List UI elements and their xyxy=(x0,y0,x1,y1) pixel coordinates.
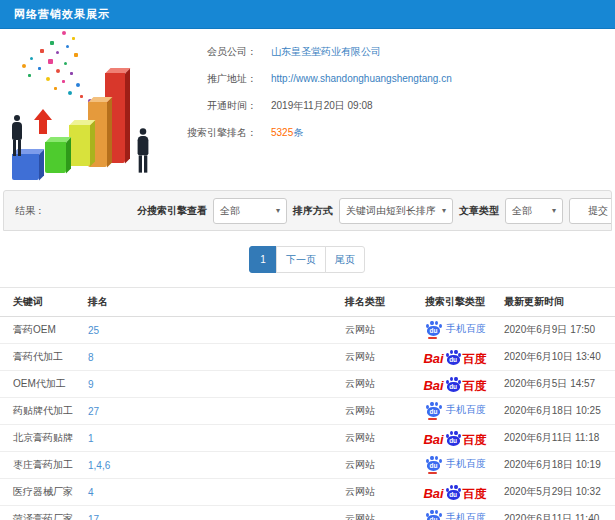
updated-cell: 2020年5月29日 10:32 xyxy=(504,479,615,506)
confetti-dot xyxy=(62,80,65,83)
app-header: 网络营销效果展示 xyxy=(0,0,615,29)
baidu-logo-icon: Baidu百度 xyxy=(423,431,486,446)
rank-link[interactable]: 1 xyxy=(88,433,94,444)
table-row: 医疗器械厂家4云网站Baidu百度2020年5月29日 10:32 xyxy=(0,479,615,506)
rank-link[interactable]: 4 xyxy=(88,487,94,498)
info-row-ranking-count: 搜索引擎排名： 5325条 xyxy=(185,119,615,146)
confetti-dot xyxy=(64,62,67,65)
table-row: 枣庄膏药加工1,4,6云网站du手机百度2020年6月18日 10:19 xyxy=(0,452,615,479)
confetti-dot xyxy=(66,45,69,48)
confetti-dot xyxy=(80,95,83,98)
rank-type-cell: 云网站 xyxy=(345,317,406,344)
pagination: 1 下一页 尾页 xyxy=(0,246,615,273)
mobile-baidu-icon: du手机百度 xyxy=(424,510,486,520)
table-header-row: 关键词 排名 排名类型 搜索引擎类型 最新更新时间 xyxy=(0,288,615,317)
rank-type-cell: 云网站 xyxy=(345,425,406,452)
baidu-logo-icon: Baidu百度 xyxy=(423,485,486,500)
confetti-dot xyxy=(76,83,80,87)
baidu-logo-icon: Baidu百度 xyxy=(423,350,486,365)
engine-type-cell: Baidu百度 xyxy=(406,479,504,506)
chevron-down-icon: ▾ xyxy=(270,206,280,215)
ranking-count-value: 5325条 xyxy=(271,126,303,140)
rank-link[interactable]: 9 xyxy=(88,379,94,390)
info-row-open-time: 开通时间： 2019年11月20日 09:08 xyxy=(185,92,615,119)
table-row: 菏泽膏药厂家17云网站du手机百度2020年6月11日 11:40 xyxy=(0,506,615,520)
engine-filter-value: 全部 xyxy=(220,204,240,218)
rank-type-cell: 云网站 xyxy=(345,452,406,479)
growth-chart-illustration xyxy=(0,29,185,186)
confetti-dot xyxy=(54,87,57,90)
sort-filter-select[interactable]: 关键词由短到长排序 ▾ xyxy=(339,198,453,224)
header-keyword: 关键词 xyxy=(0,288,88,317)
confetti-dot xyxy=(56,69,60,73)
next-page-button[interactable]: 下一页 xyxy=(276,246,326,273)
confetti-dot xyxy=(70,72,73,75)
article-type-select[interactable]: 全部 ▾ xyxy=(505,198,563,224)
mobile-baidu-icon: du手机百度 xyxy=(424,456,486,473)
engine-type-cell: du手机百度 xyxy=(406,317,504,344)
keyword-cell: 菏泽膏药厂家 xyxy=(0,506,88,520)
chevron-down-icon: ▾ xyxy=(546,206,556,215)
table-row: OEM代加工9云网站Baidu百度2020年6月5日 14:57 xyxy=(0,371,615,398)
confetti-dot xyxy=(56,51,59,54)
article-type-value: 全部 xyxy=(512,204,532,218)
rank-link[interactable]: 1,4,6 xyxy=(88,460,110,471)
confetti-dot xyxy=(74,53,78,57)
company-label: 会员公司： xyxy=(185,45,257,59)
filter-bar: 结果： 分搜索引擎查看 全部 ▾ 排序方式 关键词由短到长排序 ▾ 文章类型 全… xyxy=(3,190,612,231)
info-row-company: 会员公司： 山东皇圣堂药业有限公司 xyxy=(185,38,615,65)
engine-filter-label: 分搜索引擎查看 xyxy=(137,204,207,218)
keyword-cell: 北京膏药贴牌 xyxy=(0,425,88,452)
bar-blue xyxy=(12,154,39,180)
open-time-value: 2019年11月20日 09:08 xyxy=(271,99,373,113)
company-name-link[interactable]: 山东皇圣堂药业有限公司 xyxy=(271,45,381,59)
updated-cell: 2020年6月11日 11:40 xyxy=(504,506,615,520)
ranking-count-label: 搜索引擎排名： xyxy=(185,126,257,140)
chevron-down-icon: ▾ xyxy=(436,206,446,215)
rank-type-cell: 云网站 xyxy=(345,344,406,371)
engine-type-cell: du手机百度 xyxy=(406,398,504,425)
table-row: 北京膏药贴牌1云网站Baidu百度2020年6月11日 11:18 xyxy=(0,425,615,452)
engine-filter-select[interactable]: 全部 ▾ xyxy=(213,198,287,224)
filter-controls: 分搜索引擎查看 全部 ▾ 排序方式 关键词由短到长排序 ▾ 文章类型 全部 ▾ … xyxy=(137,198,611,224)
mobile-baidu-icon: du手机百度 xyxy=(424,402,486,419)
results-table: 关键词 排名 排名类型 搜索引擎类型 最新更新时间 膏药OEM25云网站du手机… xyxy=(0,287,615,520)
engine-type-cell: du手机百度 xyxy=(406,452,504,479)
table-row: 药贴牌代加工27云网站du手机百度2020年6月18日 10:25 xyxy=(0,398,615,425)
businessman-figure-right xyxy=(138,128,149,172)
result-label: 结果： xyxy=(15,204,45,218)
rank-link[interactable]: 8 xyxy=(88,352,94,363)
keyword-cell: 膏药代加工 xyxy=(0,344,88,371)
confetti-dot xyxy=(40,49,44,53)
header-rank: 排名 xyxy=(88,288,345,317)
rank-type-cell: 云网站 xyxy=(345,506,406,520)
rank-link[interactable]: 27 xyxy=(88,406,99,417)
updated-cell: 2020年6月18日 10:25 xyxy=(504,398,615,425)
rank-link[interactable]: 17 xyxy=(88,514,99,520)
table-row: 膏药OEM25云网站du手机百度2020年6月9日 17:50 xyxy=(0,317,615,344)
header-engine-type: 搜索引擎类型 xyxy=(406,288,504,317)
up-arrow-icon xyxy=(33,109,53,134)
keyword-cell: 膏药OEM xyxy=(0,317,88,344)
header-updated: 最新更新时间 xyxy=(504,288,615,317)
engine-type-cell: Baidu百度 xyxy=(406,425,504,452)
confetti-dot xyxy=(30,57,33,60)
confetti-dot xyxy=(68,91,72,95)
last-page-button[interactable]: 尾页 xyxy=(325,246,365,273)
ranking-count-number: 5325 xyxy=(271,127,293,138)
keyword-cell: 枣庄膏药加工 xyxy=(0,452,88,479)
sort-filter-label: 排序方式 xyxy=(293,204,333,218)
page-1-button[interactable]: 1 xyxy=(249,246,277,273)
confetti-dot xyxy=(62,31,66,35)
updated-cell: 2020年6月18日 10:19 xyxy=(504,452,615,479)
ranking-count-unit: 条 xyxy=(293,127,303,138)
page-title: 网络营销效果展示 xyxy=(14,7,110,22)
header-rank-type: 排名类型 xyxy=(345,288,406,317)
submit-button[interactable]: 提交 xyxy=(569,198,612,224)
confetti-dot xyxy=(72,37,75,40)
engine-type-cell: Baidu百度 xyxy=(406,344,504,371)
promo-url-link[interactable]: http://www.shandonghuangshengtang.cn xyxy=(271,73,452,84)
keyword-cell: OEM代加工 xyxy=(0,371,88,398)
confetti-dot xyxy=(46,77,50,81)
rank-link[interactable]: 25 xyxy=(88,325,99,336)
